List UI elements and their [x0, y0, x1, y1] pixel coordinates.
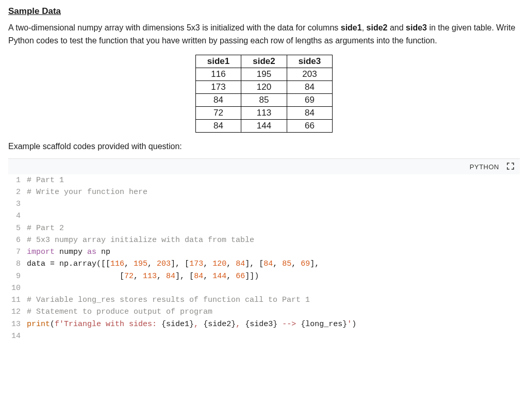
- line-number: 12: [8, 306, 27, 318]
- num: 69: [301, 260, 310, 268]
- cell: 84: [287, 106, 332, 119]
- fexpr: {side1}: [161, 320, 194, 329]
- punct: ,: [226, 260, 236, 268]
- code-block: PYTHON 1# Part 1 2# Write your function …: [8, 158, 520, 345]
- num: 173: [189, 260, 203, 268]
- code-line: 10: [8, 282, 520, 294]
- num: 84: [263, 260, 273, 268]
- scaffold-heading: Example scaffold codes provided with que…: [8, 142, 520, 151]
- code-line: 3: [8, 198, 520, 210]
- string: ,: [194, 320, 203, 329]
- table-row: 116 195 203: [195, 68, 332, 80]
- cell: 72: [195, 106, 241, 119]
- bold-side3: side3: [406, 23, 427, 32]
- punct: ,: [291, 260, 301, 268]
- num: 84: [166, 272, 175, 281]
- comment: # Part 2: [27, 224, 64, 233]
- code-line: 12# Statement to produce output of progr…: [8, 306, 520, 318]
- cell: 84: [195, 119, 241, 132]
- quote: ': [347, 320, 352, 329]
- ident: numpy: [55, 248, 87, 256]
- num: 84: [236, 260, 245, 268]
- string: Triangle with sides:: [64, 320, 161, 329]
- code-line: 2# Write your function here: [8, 186, 520, 198]
- num: 66: [236, 272, 245, 281]
- ident: np: [96, 248, 110, 256]
- table-row: 84 85 69: [195, 93, 332, 106]
- cell: 203: [287, 68, 332, 80]
- cell: 69: [287, 93, 332, 106]
- string: ,: [236, 320, 245, 329]
- cell: 116: [195, 68, 241, 80]
- num: 120: [212, 260, 226, 268]
- text: A two-dimensional numpy array with dimen…: [8, 23, 341, 32]
- code-header: PYTHON: [8, 159, 520, 174]
- text: ,: [362, 23, 367, 32]
- intro-paragraph: A two-dimensional numpy array with dimen…: [8, 22, 520, 47]
- code-line: 7import numpy as np: [8, 246, 520, 258]
- comment: # Part 1: [27, 176, 64, 185]
- comment: # Write your function here: [27, 188, 147, 197]
- num: 144: [212, 272, 226, 281]
- table-row: 173 120 84: [195, 80, 332, 93]
- punct: ,: [124, 260, 134, 268]
- line-number: 4: [8, 210, 27, 222]
- comment: # 5x3 numpy array initialize with data f…: [27, 236, 254, 245]
- punct: ): [352, 320, 356, 329]
- line-number: 6: [8, 234, 27, 246]
- fexpr: {long_res}: [301, 320, 347, 329]
- col-header: side2: [241, 55, 287, 68]
- code-language-label: PYTHON: [470, 162, 499, 172]
- quote: ': [59, 320, 64, 329]
- line-number: 8: [8, 258, 27, 270]
- bold-side1: side1: [341, 23, 362, 32]
- line-number: 13: [8, 318, 27, 330]
- col-header: side3: [287, 55, 332, 68]
- cell: 195: [241, 68, 287, 80]
- cell: 113: [241, 106, 287, 119]
- punct: ,: [273, 260, 282, 268]
- punct: ,: [226, 272, 236, 281]
- punct: ], [: [245, 260, 263, 268]
- code-line: 14: [8, 330, 520, 342]
- fexpr: {side3}: [245, 320, 277, 329]
- comment: # Variable long_res stores results of fu…: [27, 296, 310, 304]
- punct: ,: [147, 260, 157, 268]
- punct: ,: [157, 272, 166, 281]
- line-number: 3: [8, 198, 27, 210]
- num: 85: [282, 260, 291, 268]
- num: 72: [124, 272, 134, 281]
- comment: # Statement to produce output of program: [27, 308, 212, 316]
- line-number: 2: [8, 186, 27, 198]
- cell: 84: [287, 80, 332, 93]
- cell: 144: [241, 119, 287, 132]
- line-number: 1: [8, 174, 27, 186]
- line-number: 7: [8, 246, 27, 258]
- cell: 66: [287, 119, 332, 132]
- code-text: [: [27, 272, 124, 281]
- code-line: 8data = np.array([[116, 195, 203], [173,…: [8, 258, 520, 270]
- sample-data-table: side1 side2 side3 116 195 203 173 120 84…: [195, 55, 333, 133]
- table-row: 84 144 66: [195, 119, 332, 132]
- string: -->: [277, 320, 301, 329]
- code-body: 1# Part 1 2# Write your function here 3 …: [8, 174, 520, 345]
- col-header: side1: [195, 55, 241, 68]
- code-line: 5# Part 2: [8, 222, 520, 234]
- cell: 173: [195, 80, 241, 93]
- table-row: 72 113 84: [195, 106, 332, 119]
- line-number: 14: [8, 330, 27, 342]
- num: 195: [134, 260, 147, 268]
- bold-side2: side2: [367, 23, 388, 32]
- table-header-row: side1 side2 side3: [195, 55, 332, 68]
- code-line: 4: [8, 210, 520, 222]
- text: and: [387, 23, 406, 32]
- punct: ]]): [245, 272, 259, 281]
- section-heading: Sample Data: [8, 6, 520, 17]
- punct: (: [50, 320, 55, 329]
- code-line: 11# Variable long_res stores results of …: [8, 294, 520, 306]
- code-text: data = np.array([[: [27, 260, 110, 268]
- expand-icon[interactable]: [506, 162, 515, 170]
- code-line: 6# 5x3 numpy array initialize with data …: [8, 234, 520, 246]
- code-line: 9 [72, 113, 84], [84, 144, 66]]): [8, 270, 520, 282]
- keyword: as: [87, 248, 96, 256]
